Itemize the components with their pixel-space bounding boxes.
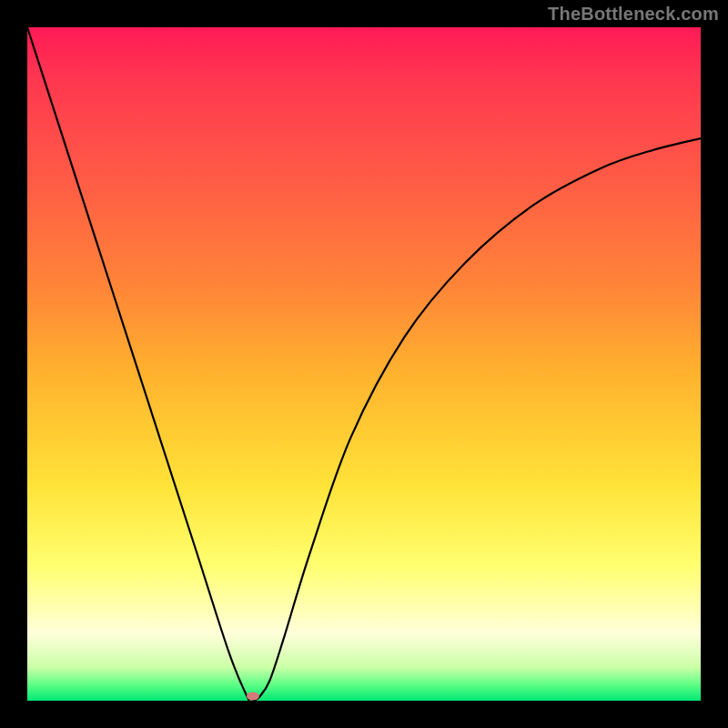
curve-layer [27,27,701,701]
watermark-text: TheBottleneck.com [548,4,719,25]
minimum-marker [247,693,259,701]
plot-area [27,27,701,701]
chart-frame: TheBottleneck.com [0,0,728,728]
bottleneck-curve [27,27,701,701]
